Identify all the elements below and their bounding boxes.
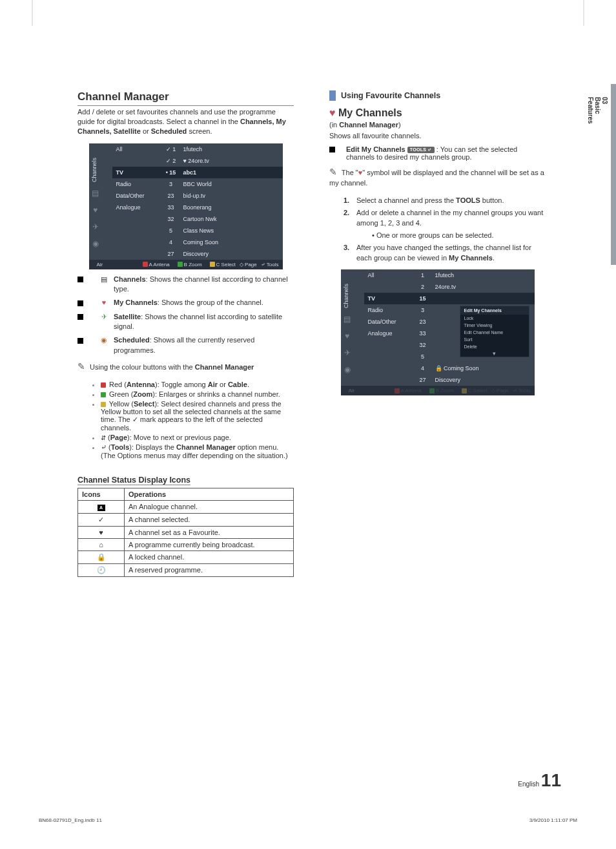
channels-icon: ▤ — [89, 185, 102, 202]
tv2-bar-left: Air — [349, 388, 355, 393]
shows-all-fav: Shows all favourite channels. — [329, 131, 546, 141]
side-section-no: 03 — [601, 97, 608, 104]
tv-screenshot-1: Channels ▤ ♥ ✈ ◉ All✓ 11futech✓ 2♥ 24ore… — [89, 143, 283, 269]
page-number-wrap: English 11 — [518, 770, 561, 791]
steps-list: 1.Select a channel and press the TOOLS b… — [344, 196, 546, 263]
scheduled-list-icon: ◉ — [94, 335, 114, 355]
context-menu-item[interactable]: Timer Viewing — [460, 322, 529, 329]
side-section-title: Basic Features — [587, 97, 601, 124]
th-icons: Icons — [78, 488, 125, 500]
tv1-bar-items: A AntenaB ZoomC Select◇ Page⤶ Tools — [135, 262, 279, 267]
heart-icon: ♥ — [341, 328, 354, 344]
print-footer: BN68-02791D_Eng.indb 11 3/9/2010 1:11:07… — [39, 817, 577, 823]
bar-stub — [329, 90, 336, 101]
favourite-channels-bar: Using Favourite Channels — [329, 90, 546, 101]
colour-button-list: Red (Antenna): Toggle among Air or Cable… — [101, 381, 294, 459]
note-icon: ✎ — [329, 167, 337, 177]
favourite-channels-title: Using Favourite Channels — [341, 91, 440, 100]
heart-note: ✎ The "♥" symbol will be displayed and t… — [329, 166, 546, 189]
tv2-bar-items: A AntenaB ZoomC Select◇ Page⤶ Tools — [387, 388, 531, 393]
footer-doc: BN68-02791D_Eng.indb 11 — [39, 817, 102, 823]
scheduled-icon: ◉ — [341, 361, 354, 378]
desc-channels: ▤ Channels: Shows the channel list accor… — [77, 275, 294, 295]
menu-scroll-icon: ▾ — [460, 350, 529, 357]
context-menu-item[interactable]: Delete — [460, 343, 529, 350]
context-menu-header[interactable]: Edit My Channels — [460, 306, 529, 315]
channel-manager-heading: Channel Manager — [77, 90, 294, 106]
channels-list-icon: ▤ — [94, 275, 114, 295]
intro-mid: or — [143, 127, 151, 135]
heart-icon: ♥ — [329, 107, 336, 118]
in-channel-manager: (in Channel Manager) — [329, 120, 546, 130]
channel-status-icons-table: IconsOperations AAn Analogue channel.✓A … — [77, 488, 294, 577]
intro-text: Add / delete or set favourites channels … — [77, 107, 294, 136]
satellite-icon: ✈ — [89, 218, 102, 235]
desc-my-channels: ♥ My Channels: Shows the group of the ch… — [77, 298, 294, 308]
page-lang: English — [518, 781, 539, 788]
page-number: 11 — [541, 770, 561, 790]
intro-post: screen. — [189, 127, 212, 135]
satellite-list-icon: ✈ — [94, 312, 114, 332]
tv1-side-label: Channels — [89, 155, 99, 185]
th-operations: Operations — [125, 488, 294, 500]
icons-table-title: Channel Status Display Icons — [77, 476, 190, 485]
my-channels-list-icon: ♥ — [94, 298, 114, 308]
channels-icon: ▤ — [341, 311, 354, 328]
context-menu[interactable]: Edit My Channels LockTimer ViewingEdit C… — [460, 306, 529, 357]
edit-my-channels-item: Edit My Channels TOOLS ⤶ : You can set t… — [329, 145, 546, 161]
desc-scheduled: ◉ Scheduled: Shows all the currently res… — [77, 335, 294, 355]
context-menu-item[interactable]: Sort — [460, 336, 529, 343]
satellite-icon: ✈ — [341, 344, 354, 361]
intro-bold2: Scheduled — [151, 127, 187, 135]
tools-badge: TOOLS ⤶ — [407, 147, 435, 153]
context-menu-item[interactable]: Lock — [460, 315, 529, 322]
tv2-side-label: Channels — [341, 281, 351, 311]
side-gray-bar — [611, 84, 616, 265]
tv1-bar-left: Air — [97, 262, 103, 267]
my-channels-heading: ♥ My Channels — [329, 107, 546, 119]
desc-satellite: ✈ Satellite: Shows the channel list acco… — [77, 312, 294, 332]
footer-date: 3/9/2010 1:11:07 PM — [529, 817, 577, 823]
context-menu-item[interactable]: Edit Channel Name — [460, 329, 529, 336]
tv-screenshot-2: Channels ▤ ♥ ✈ ◉ All11futech224ore.tvTV1… — [341, 269, 535, 395]
scheduled-icon: ◉ — [89, 235, 102, 252]
colour-buttons-note: ✎ Using the colour buttons with the Chan… — [77, 361, 294, 373]
side-section-label: 03 Basic Features — [587, 97, 608, 124]
note-icon: ✎ — [77, 361, 85, 372]
heart-icon: ♥ — [89, 202, 102, 218]
